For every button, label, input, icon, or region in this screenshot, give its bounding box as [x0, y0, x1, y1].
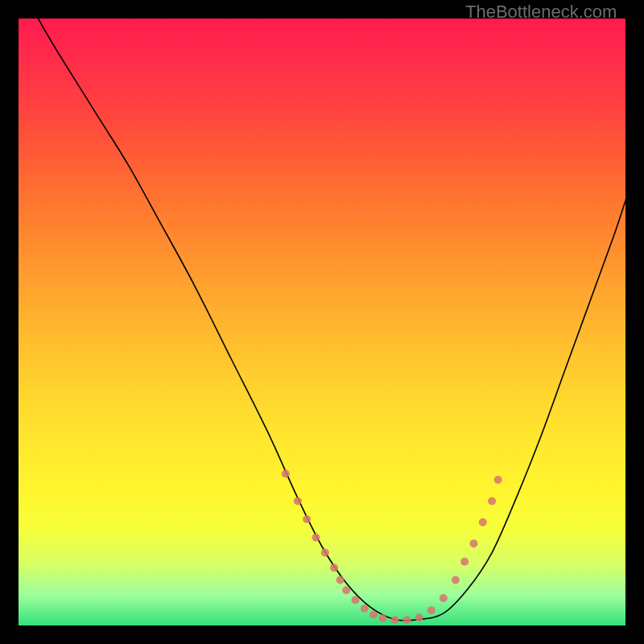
scatter-dot: [330, 564, 338, 572]
scatter-dot: [390, 616, 398, 624]
scatter-dot: [351, 596, 359, 604]
scatter-dot: [303, 515, 311, 523]
scatter-dot: [336, 576, 345, 584]
scatter-dot: [440, 594, 448, 602]
scatter-dot: [460, 558, 469, 566]
scatter-dot: [403, 616, 411, 624]
scatter-dot: [361, 605, 369, 613]
scatter-dot: [321, 549, 329, 557]
scatter-dot: [488, 497, 496, 505]
scatter-dot: [312, 534, 320, 542]
chart-frame: TheBottleneck.com: [0, 0, 644, 644]
scatter-dot: [479, 518, 487, 526]
scatter-dot: [415, 613, 423, 621]
scatter-dot: [282, 470, 290, 478]
curve-layer: [19, 19, 625, 625]
scatter-dot: [470, 539, 478, 547]
scatter-dot: [342, 586, 350, 594]
scatter-dot: [452, 576, 460, 584]
plot-area: [19, 19, 625, 625]
scatter-dot: [427, 606, 436, 614]
scatter-dot: [294, 497, 302, 505]
watermark-text: TheBottleneck.com: [465, 2, 617, 23]
bottleneck-curve: [19, 19, 625, 621]
scatter-dot: [378, 614, 386, 622]
scatter-marks: [282, 470, 502, 625]
scatter-dot: [494, 476, 502, 484]
scatter-dot: [369, 610, 378, 618]
